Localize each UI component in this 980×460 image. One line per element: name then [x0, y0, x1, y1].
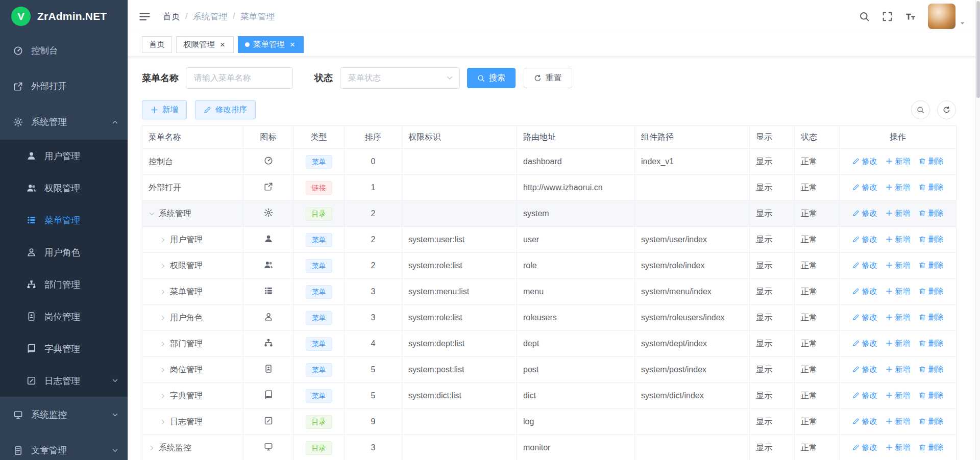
cell-icon — [243, 227, 293, 253]
row-add-link[interactable]: 新增 — [886, 365, 911, 374]
cell-visible: 显示 — [750, 227, 795, 253]
scrollbar[interactable] — [975, 0, 980, 460]
expand-arrow-icon[interactable] — [160, 237, 166, 243]
row-add-link[interactable]: 新增 — [886, 157, 911, 166]
row-edit-link[interactable]: 修改 — [852, 391, 877, 400]
page-content: 菜单名称 状态 菜单状态 搜索 重置 新增 — [128, 57, 980, 460]
row-edit-link[interactable]: 修改 — [852, 443, 877, 452]
expand-arrow-icon[interactable] — [160, 393, 166, 399]
tab-home[interactable]: 首页 — [142, 36, 172, 53]
table-refresh-button[interactable] — [937, 100, 956, 119]
trash-icon — [919, 184, 926, 191]
row-delete-link[interactable]: 删除 — [919, 313, 944, 322]
row-add-link[interactable]: 新增 — [886, 287, 911, 296]
add-button[interactable]: 新增 — [142, 100, 187, 119]
row-delete-link[interactable]: 删除 — [919, 209, 944, 218]
row-edit-link[interactable]: 修改 — [852, 313, 877, 322]
sidebar-item-log-mgmt[interactable]: 日志管理 — [0, 365, 128, 397]
close-icon[interactable]: × — [288, 41, 297, 49]
cell-route: roleusers — [517, 305, 635, 331]
menu-name-text: 用户角色 — [170, 313, 203, 323]
row-edit-link[interactable]: 修改 — [852, 339, 877, 348]
fullscreen-icon[interactable] — [882, 11, 893, 22]
menu-name-label: 菜单名称 — [142, 72, 179, 84]
expand-arrow-icon[interactable] — [160, 419, 166, 425]
row-delete-link[interactable]: 删除 — [919, 157, 944, 166]
plus-icon — [886, 418, 893, 425]
sidebar-item-user-mgmt[interactable]: 用户管理 — [0, 140, 128, 172]
expand-arrow-icon[interactable] — [160, 315, 166, 321]
sort-edit-button[interactable]: 修改排序 — [195, 100, 256, 119]
cell-route: post — [517, 357, 635, 383]
trash-icon — [919, 158, 926, 165]
sidebar-item-dashboard[interactable]: 控制台 — [0, 33, 128, 68]
breadcrumb-item[interactable]: 首页 — [163, 11, 180, 22]
row-edit-link[interactable]: 修改 — [852, 365, 877, 374]
sidebar-item-article[interactable]: 文章管理 — [0, 432, 128, 460]
tab-menu-mgmt[interactable]: 菜单管理× — [238, 36, 304, 53]
row-edit-link[interactable]: 修改 — [852, 235, 877, 244]
sidebar-item-external-open[interactable]: 外部打开 — [0, 68, 128, 104]
sidebar-item-perm-mgmt[interactable]: 权限管理 — [0, 172, 128, 204]
row-add-link[interactable]: 新增 — [886, 339, 911, 348]
row-edit-link[interactable]: 修改 — [852, 417, 877, 426]
scrollbar-thumb[interactable] — [976, 1, 980, 98]
close-icon[interactable]: × — [218, 41, 227, 49]
sidebar-item-user-role[interactable]: 用户角色 — [0, 236, 128, 268]
row-delete-link[interactable]: 删除 — [919, 261, 944, 270]
expand-arrow-icon[interactable] — [149, 445, 155, 451]
user-menu[interactable] — [928, 4, 966, 29]
trash-icon — [919, 236, 926, 243]
row-delete-link[interactable]: 删除 — [919, 183, 944, 192]
row-add-link[interactable]: 新增 — [886, 417, 911, 426]
sidebar-item-system[interactable]: 系统管理 — [0, 104, 128, 140]
row-delete-link[interactable]: 删除 — [919, 417, 944, 426]
row-add-link[interactable]: 新增 — [886, 313, 911, 322]
cell-menu-name: 外部打开 — [142, 175, 243, 201]
cell-visible: 显示 — [750, 383, 795, 409]
chevron-down-icon — [112, 412, 118, 418]
edit-icon — [852, 288, 860, 295]
expand-arrow-icon[interactable] — [149, 211, 155, 217]
row-add-link[interactable]: 新增 — [886, 183, 911, 192]
row-edit-link[interactable]: 修改 — [852, 287, 877, 296]
sidebar-item-monitor[interactable]: 系统监控 — [0, 397, 128, 432]
row-add-link[interactable]: 新增 — [886, 443, 911, 452]
menu-name-wrap: 系统监控 — [149, 443, 237, 453]
row-delete-link[interactable]: 删除 — [919, 391, 944, 400]
expand-arrow-icon[interactable] — [160, 263, 166, 269]
expand-arrow-icon[interactable] — [160, 341, 166, 347]
expand-arrow-icon[interactable] — [160, 289, 166, 295]
sidebar-item-post-mgmt[interactable]: 岗位管理 — [0, 300, 128, 333]
row-edit-link[interactable]: 修改 — [852, 157, 877, 166]
row-delete-link[interactable]: 删除 — [919, 235, 944, 244]
expand-arrow-icon[interactable] — [160, 367, 166, 373]
sidebar-item-menu-mgmt[interactable]: 菜单管理 — [0, 204, 128, 236]
font-size-icon[interactable] — [905, 11, 916, 22]
row-delete-link[interactable]: 删除 — [919, 443, 944, 452]
row-delete-link[interactable]: 删除 — [919, 339, 944, 348]
sidebar-item-dict-mgmt[interactable]: 字典管理 — [0, 333, 128, 365]
logo[interactable]: V ZrAdmin.NET — [0, 0, 128, 33]
status-select[interactable]: 菜单状态 — [340, 67, 460, 89]
avatar[interactable] — [928, 4, 955, 29]
menu-name-input[interactable] — [186, 67, 293, 89]
row-edit-link[interactable]: 修改 — [852, 209, 877, 218]
table-search-toggle-button[interactable] — [911, 100, 930, 119]
row-add-link[interactable]: 新增 — [886, 235, 911, 244]
row-delete-link[interactable]: 删除 — [919, 287, 944, 296]
row-add-link[interactable]: 新增 — [886, 209, 911, 218]
row-edit-link[interactable]: 修改 — [852, 183, 877, 192]
header-search-icon[interactable] — [859, 11, 870, 22]
row-delete-link[interactable]: 删除 — [919, 365, 944, 374]
op-label: 修改 — [862, 365, 877, 374]
hamburger-icon[interactable] — [139, 11, 151, 22]
row-add-link[interactable]: 新增 — [886, 391, 911, 400]
search-button[interactable]: 搜索 — [467, 68, 516, 88]
row-add-link[interactable]: 新增 — [886, 261, 911, 270]
tab-perm-mgmt[interactable]: 权限管理× — [176, 36, 234, 53]
reset-button[interactable]: 重置 — [524, 68, 572, 88]
op-label: 修改 — [862, 235, 877, 244]
row-edit-link[interactable]: 修改 — [852, 261, 877, 270]
sidebar-item-dept-mgmt[interactable]: 部门管理 — [0, 268, 128, 300]
